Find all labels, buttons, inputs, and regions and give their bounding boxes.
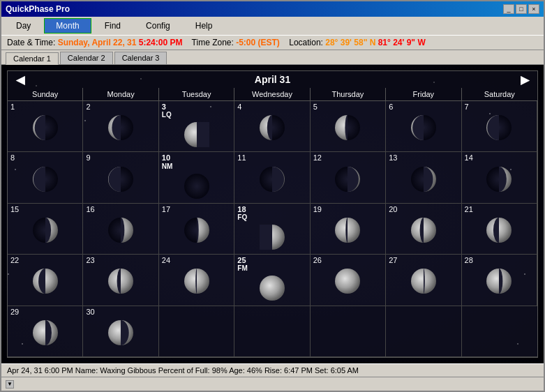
tab-calendar2[interactable]: Calendar 2: [60, 52, 113, 64]
calendar-cell[interactable]: 16: [83, 204, 158, 255]
day-thursday: Thursday: [311, 88, 386, 100]
calendar-cell[interactable]: 13: [386, 152, 461, 203]
calendar-cell[interactable]: 14: [462, 152, 537, 203]
moon-phase-icon: [257, 273, 287, 303]
cell-date-number: 27: [389, 256, 397, 265]
day-wednesday: Wednesday: [234, 88, 310, 100]
cell-date-number: 30: [86, 308, 94, 317]
timezone-label: Time Zone:: [192, 38, 234, 47]
moon-phase-icon: [31, 113, 60, 142]
moon-phase-icon: [333, 165, 362, 194]
location-value2: 81° 24' 9" W: [378, 38, 426, 47]
calendar-cell[interactable]: 6: [386, 101, 461, 152]
location-value1: 28° 39' 58" N: [325, 38, 375, 47]
menu-day[interactable]: Day: [4, 18, 43, 33]
svg-point-35: [184, 174, 209, 199]
date-value: Sunday, April 22, 31: [58, 38, 137, 47]
menu-help[interactable]: Help: [184, 18, 225, 33]
window-title: QuickPhase Pro: [6, 4, 70, 14]
calendar-cell[interactable]: 18FQ: [234, 204, 310, 255]
moon-phase-icon: [106, 216, 135, 245]
calendar-cell[interactable]: 5: [311, 101, 386, 152]
calendar-cell: [159, 306, 234, 357]
calendar-cell[interactable]: 15: [8, 204, 83, 255]
cell-date-number: 24: [162, 256, 170, 265]
prev-month-button[interactable]: ◀: [8, 73, 33, 86]
calendar-cell[interactable]: 27: [386, 255, 461, 306]
calendar-cell[interactable]: 26: [311, 255, 386, 306]
menu-bar: Day Month Find Config Help: [1, 17, 544, 35]
next-month-button[interactable]: ▶: [512, 73, 537, 86]
calendar-cell[interactable]: 29: [8, 306, 83, 357]
cell-date-number: 20: [389, 205, 397, 214]
calendar-cell[interactable]: 9: [83, 152, 158, 203]
svg-rect-67: [260, 225, 272, 250]
minimize-button[interactable]: _: [503, 4, 514, 14]
calendar-cell[interactable]: 20: [386, 204, 461, 255]
menu-month[interactable]: Month: [44, 18, 91, 33]
menu-find[interactable]: Find: [93, 18, 133, 33]
day-tuesday: Tuesday: [159, 88, 234, 100]
calendar-cell[interactable]: 17: [159, 204, 234, 255]
main-window: QuickPhase Pro _ □ × Day Month Find Conf…: [0, 0, 545, 392]
calendar-cell[interactable]: 30: [83, 306, 158, 357]
calendar-cell[interactable]: 7: [462, 101, 537, 152]
calendar-cell[interactable]: 2: [83, 101, 158, 152]
cell-date-number: 23: [86, 256, 94, 265]
cell-phase-label: FM: [237, 265, 247, 272]
svg-point-87: [260, 276, 285, 301]
calendar-cell[interactable]: 25FM: [234, 255, 310, 306]
calendar-cell[interactable]: 28: [462, 255, 537, 306]
moon-phase-icon: [257, 223, 287, 252]
moon-phase-icon: [333, 266, 362, 296]
moon-phase-icon: [31, 266, 60, 296]
cell-date-number: 28: [465, 256, 473, 265]
calendar-cell[interactable]: 3LQ: [159, 101, 234, 152]
moon-phase-icon: [106, 318, 135, 347]
calendar-cell[interactable]: 11: [234, 152, 310, 203]
calendar-cell[interactable]: 1: [8, 101, 83, 152]
cell-date-number: 16: [86, 205, 94, 214]
time-value: 5:24:00 PM: [139, 38, 183, 47]
calendar-cell: [462, 306, 537, 357]
calendar-cell[interactable]: 8: [8, 152, 83, 203]
cell-date-number: 19: [313, 205, 322, 214]
calendar-cell[interactable]: 22: [8, 255, 83, 306]
calendar-cell[interactable]: 10NM: [159, 152, 234, 203]
moon-phase-icon: [409, 113, 438, 142]
info-bar: Date & Time: Sunday, April 22, 31 5:24:0…: [1, 35, 544, 50]
moon-phase-icon: [31, 318, 60, 347]
calendar-cell[interactable]: 12: [311, 152, 386, 203]
calendar-cell[interactable]: 19: [311, 204, 386, 255]
svg-point-88: [335, 269, 360, 294]
svg-rect-10: [197, 122, 209, 147]
moon-phase-icon: [333, 216, 362, 245]
calendar-cell[interactable]: 24: [159, 255, 234, 306]
cell-date-number: 6: [389, 103, 393, 112]
tab-calendar3[interactable]: Calendar 3: [114, 52, 167, 64]
cell-date-number: 14: [465, 153, 473, 163]
moon-phase-icon: [484, 266, 514, 296]
cell-date-number: 8: [10, 153, 15, 163]
day-saturday: Saturday: [462, 88, 537, 100]
calendar-cell: [311, 306, 386, 357]
maximize-button[interactable]: □: [516, 4, 527, 14]
moon-phase-icon: [182, 266, 211, 296]
cell-date-number: 22: [10, 256, 19, 265]
calendar-cell[interactable]: 4: [234, 101, 310, 152]
cell-date-number: 9: [86, 153, 90, 163]
cell-date-number: 1: [10, 103, 15, 112]
moon-phase-icon: [31, 216, 60, 245]
moon-phase-icon: [106, 266, 135, 296]
menu-config[interactable]: Config: [134, 18, 182, 33]
calendar-cell[interactable]: 23: [83, 255, 158, 306]
calendar-cell[interactable]: 21: [462, 204, 537, 255]
moon-phase-icon: [257, 165, 287, 194]
status-text: Apr 24, 31 6:00 PM Name: Waxing Gibbous …: [7, 366, 359, 375]
scroll-indicator[interactable]: ▼: [6, 380, 14, 389]
tabs-bar: Calendar 1 Calendar 2 Calendar 3: [1, 50, 544, 65]
close-button[interactable]: ×: [528, 4, 539, 14]
calendar-grid: 1 2 3LQ: [8, 101, 537, 357]
tab-calendar1[interactable]: Calendar 1: [6, 52, 59, 65]
timezone-value: -5:00 (EST): [236, 38, 280, 47]
